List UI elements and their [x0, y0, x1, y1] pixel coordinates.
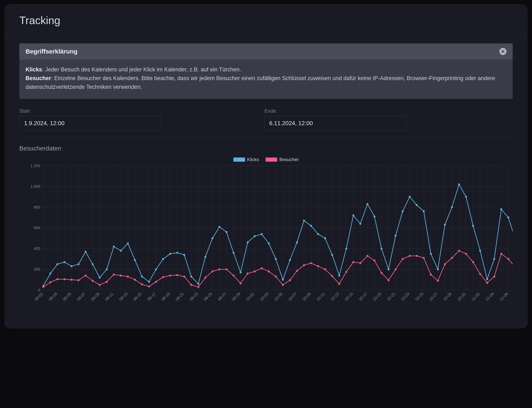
svg-text:11-06: 11-06	[499, 291, 509, 302]
svg-point-149	[282, 279, 284, 280]
glossary-besucher: Besucher: Einzelne Besucher des Kalender…	[26, 74, 506, 92]
svg-point-217	[282, 284, 284, 286]
svg-point-167	[409, 196, 410, 198]
svg-point-145	[254, 235, 256, 237]
svg-point-202	[176, 274, 178, 276]
svg-point-130	[148, 281, 150, 283]
svg-point-240	[444, 263, 446, 265]
svg-point-126	[120, 250, 122, 252]
svg-point-241	[451, 257, 453, 259]
svg-point-223	[324, 268, 326, 270]
start-input[interactable]	[19, 116, 161, 130]
svg-point-196	[134, 279, 136, 280]
svg-point-189	[85, 275, 86, 276]
svg-text:600: 600	[34, 226, 40, 230]
svg-point-177	[479, 250, 481, 252]
svg-point-158	[345, 247, 347, 249]
svg-text:10-01: 10-01	[245, 291, 255, 302]
svg-point-178	[486, 278, 488, 280]
svg-point-216	[275, 276, 277, 278]
svg-point-230	[374, 259, 375, 261]
svg-point-198	[148, 285, 150, 287]
svg-point-150	[289, 259, 291, 261]
svg-point-170	[430, 253, 432, 255]
svg-text:10-17: 10-17	[358, 291, 368, 302]
glossary-klicks: Klicks: Jeder Besuch des Kalenders und j…	[26, 65, 506, 74]
svg-point-239	[437, 280, 439, 282]
svg-point-128	[134, 259, 136, 261]
svg-text:10-11: 10-11	[316, 291, 326, 302]
svg-point-166	[401, 210, 403, 212]
svg-point-218	[289, 279, 291, 281]
svg-text:11-02: 11-02	[471, 291, 481, 302]
svg-point-120	[78, 263, 79, 265]
svg-point-243	[465, 253, 467, 255]
svg-point-140	[218, 226, 220, 228]
svg-text:1.200: 1.200	[31, 163, 40, 168]
svg-point-179	[493, 258, 495, 260]
svg-text:10-29: 10-29	[442, 291, 453, 302]
svg-point-137	[197, 283, 199, 285]
svg-point-197	[141, 283, 143, 285]
page-title: Tracking	[19, 14, 513, 26]
svg-point-211	[240, 282, 242, 284]
svg-text:09-25: 09-25	[203, 291, 213, 302]
chart-legend: Klicks Besucher	[19, 157, 513, 162]
svg-point-132	[162, 258, 164, 260]
close-icon	[501, 50, 505, 53]
svg-point-228	[359, 262, 361, 264]
svg-point-201	[169, 275, 171, 276]
svg-point-180	[500, 208, 502, 210]
svg-text:200: 200	[34, 267, 40, 272]
svg-text:09-01: 09-01	[34, 291, 44, 302]
svg-point-121	[85, 251, 86, 253]
legend-besucher[interactable]: Besucher	[266, 157, 299, 162]
svg-point-165	[394, 235, 396, 236]
svg-point-139	[211, 237, 213, 239]
svg-point-204	[190, 284, 192, 286]
svg-text:09-13: 09-13	[118, 291, 129, 302]
svg-text:09-23: 09-23	[189, 291, 199, 302]
svg-text:09-19: 09-19	[160, 291, 171, 302]
close-button[interactable]	[499, 48, 506, 55]
svg-point-193	[113, 273, 115, 275]
svg-point-238	[430, 273, 432, 275]
svg-point-138	[204, 256, 206, 258]
svg-text:0: 0	[38, 288, 40, 292]
svg-text:09-17: 09-17	[146, 291, 157, 302]
svg-text:10-15: 10-15	[344, 291, 354, 302]
svg-point-224	[331, 275, 333, 277]
svg-point-119	[70, 265, 72, 267]
end-label: Ende	[264, 108, 501, 114]
svg-text:11-04: 11-04	[485, 291, 495, 302]
legend-klicks[interactable]: Klicks	[233, 157, 259, 162]
svg-point-176	[472, 225, 474, 227]
svg-point-184	[49, 281, 51, 283]
svg-point-181	[507, 216, 509, 218]
svg-point-186	[63, 278, 65, 280]
svg-point-225	[338, 283, 340, 285]
svg-point-147	[268, 242, 270, 244]
svg-point-190	[92, 280, 93, 282]
svg-point-118	[63, 261, 65, 263]
svg-point-156	[331, 254, 333, 256]
svg-point-161	[366, 203, 368, 205]
end-input[interactable]	[264, 116, 406, 130]
svg-text:10-13: 10-13	[330, 291, 340, 302]
legend-klicks-label: Klicks	[247, 157, 259, 162]
svg-point-191	[99, 284, 101, 286]
svg-point-162	[374, 215, 375, 217]
svg-point-206	[204, 277, 206, 279]
svg-point-146	[261, 233, 263, 235]
svg-point-236	[416, 255, 418, 257]
visitor-chart: 02004006008001.0001.20009-0109-0309-0509…	[19, 163, 513, 316]
swatch-klicks	[233, 158, 245, 162]
svg-point-214	[261, 267, 263, 269]
svg-point-152	[303, 220, 305, 221]
svg-text:09-03: 09-03	[48, 291, 58, 302]
svg-point-123	[99, 277, 101, 279]
svg-point-195	[127, 276, 129, 278]
svg-point-221	[310, 262, 312, 264]
svg-text:10-19: 10-19	[372, 291, 382, 302]
svg-point-203	[183, 276, 185, 278]
